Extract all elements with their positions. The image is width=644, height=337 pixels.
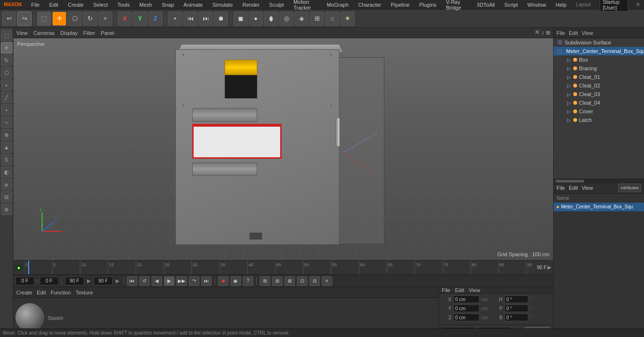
vp-view[interactable]: View [16,30,28,36]
frame-next-btn[interactable]: ⏭ [198,11,213,26]
add-btn[interactable]: + [98,11,112,26]
pb-help[interactable]: ? [243,276,253,286]
obj-view[interactable]: View [582,30,593,36]
pb-prev-frame[interactable]: ◀ [152,276,162,286]
vp-icon-grid[interactable]: ⊞ [546,30,550,36]
menu-mograph[interactable]: MoGraph [325,2,350,8]
pb-current-frame[interactable]: 0 F [40,277,59,285]
torus-btn[interactable]: ◎ [279,11,294,26]
pb-fps1[interactable]: 90 F [65,277,84,285]
menu-select[interactable]: Select [91,2,110,8]
deform-btn[interactable]: ⌂ [325,11,339,26]
attr-b-rot[interactable] [504,314,528,321]
attributes-tab[interactable]: Attributes [618,184,641,192]
menu-pipeline[interactable]: Pipeline [389,2,412,8]
mat-function[interactable]: Function [51,290,71,295]
x-axis-btn[interactable]: X [118,11,132,26]
move-tool[interactable]: ✛ [52,11,66,26]
obj-item-box[interactable]: ▷Box [554,55,644,64]
attr-y-pos[interactable] [453,304,480,312]
menu-create[interactable]: Create [66,2,86,8]
menu-file[interactable]: File [29,2,42,8]
attr-selected-item[interactable]: ■ Meter_Center_Terminal_Box_Squ [554,203,644,211]
menu-simulate[interactable]: Simulate [210,2,235,8]
pb-grid3[interactable]: ⊠ [284,276,295,286]
array-btn[interactable]: ⊞ [310,11,324,26]
material-sphere-preview[interactable] [15,303,44,332]
attr-br-view[interactable]: View [582,185,593,191]
tool-extrude[interactable]: ▲ [1,141,12,153]
pb-next-frame[interactable]: ▶▶ [176,276,187,286]
menu-snap[interactable]: Snap [160,2,176,8]
obj-item-cleat_03[interactable]: ▷Cleat_03 [554,90,644,98]
vp-panel[interactable]: Panel [101,30,114,36]
rotate-tool[interactable]: ↻ [83,11,97,26]
pb-loop[interactable]: ↺ [139,276,150,286]
tool-brush[interactable]: ⌀ [1,179,12,190]
timeline-ruler[interactable]: 051015202530354045505560657075808590 [24,261,535,274]
menu-mesh[interactable]: Mesh [137,2,154,8]
attr-h-rot[interactable] [504,295,528,303]
pb-start-frame[interactable]: 0 F [15,277,34,285]
pb-goto-start[interactable]: ⏮ [127,276,137,286]
attr-br-file[interactable]: File [557,185,565,191]
menu-motion-tracker[interactable]: Motion Tracker [292,0,319,11]
menu-script[interactable]: Script [502,2,520,8]
light-btn[interactable]: ☀ [340,11,355,26]
obj-item-cleat_04[interactable]: ▷Cleat_04 [554,98,644,107]
timeline-end-expand[interactable]: ▶ [547,264,551,271]
menu-tools[interactable]: Tools [116,2,132,8]
tool-knife[interactable]: ⌁ [1,117,12,128]
pb-record-btn[interactable]: ⏺ [218,276,229,286]
nurbs-btn[interactable]: ◈ [295,11,309,26]
tool-poly[interactable]: ▪ [1,79,12,91]
obj-item-latch[interactable]: ▷Latch [554,116,644,124]
mat-create[interactable]: Create [16,290,32,295]
capsule-btn[interactable]: ⬮ [264,11,278,26]
attr-p-rot[interactable] [504,304,528,312]
obj-item-cleat_01[interactable]: ▷Cleat_01 [554,73,644,81]
tool-point[interactable]: • [1,104,12,116]
menu-3dto-all[interactable]: 3DToAll [475,2,497,8]
menu-sculpt[interactable]: Sculpt [267,2,286,8]
pb-record[interactable]: ↷ [189,276,199,286]
attr-view[interactable]: View [469,287,480,293]
attr-br-edit[interactable]: Edit [569,185,578,191]
z-axis-btn[interactable]: Z [148,11,163,26]
tool-select[interactable]: ⬚ [1,30,12,41]
tool-rotate[interactable]: ↻ [1,54,12,66]
tool-bridge[interactable]: ⊕ [1,129,12,141]
pb-play[interactable]: ▶ [164,276,175,286]
menu-edit[interactable]: Edit [47,2,60,8]
obj-scrollbar-thumb[interactable] [556,180,584,183]
attr-file[interactable]: File [442,287,450,293]
attr-x-pos[interactable] [453,295,480,303]
obj-item-cleat_02[interactable]: ▷Cleat_02 [554,81,644,90]
menu-animate[interactable]: Animate [182,2,205,8]
layout-close[interactable]: ✕ [634,1,642,8]
obj-scrollbar[interactable] [554,179,644,183]
obj-item-bracing[interactable]: ▷Bracing [554,64,644,73]
attr-z-pos[interactable] [453,314,480,321]
tool-smooth[interactable]: ⊟ [1,191,12,203]
tool-magnet[interactable]: ◐ [1,166,12,178]
pb-grid6[interactable]: ≡ [322,276,332,286]
undo-btn[interactable]: ↩ [2,11,16,26]
tool-scale[interactable]: ⬡ [1,67,12,78]
record-btn[interactable]: ⏺ [214,11,228,26]
pb-grid1[interactable]: ⊞ [260,276,270,286]
obj-item-meter_center[interactable]: ⬚Meter_Center_Terminal_Box_Squ [554,47,644,55]
tool-grab[interactable]: ⊛ [1,204,12,215]
cube2-btn[interactable]: ◼ [233,11,248,26]
vp-filter[interactable]: Filter [83,30,95,36]
menu-render[interactable]: Render [240,2,262,8]
tool-text[interactable]: S [1,154,12,165]
obj-edit[interactable]: Edit [569,30,578,36]
menu-vray-bridge[interactable]: V-Ray Bridge [444,0,469,11]
pb-grid2[interactable]: ⊞ [272,276,283,286]
frame-prev-btn[interactable]: ⏮ [183,11,197,26]
layout-selector[interactable]: Startup [User] [600,0,628,11]
menu-window[interactable]: Window [525,2,548,8]
vp-cameras[interactable]: Cameras [33,30,55,36]
mat-texture[interactable]: Texture [76,290,93,295]
